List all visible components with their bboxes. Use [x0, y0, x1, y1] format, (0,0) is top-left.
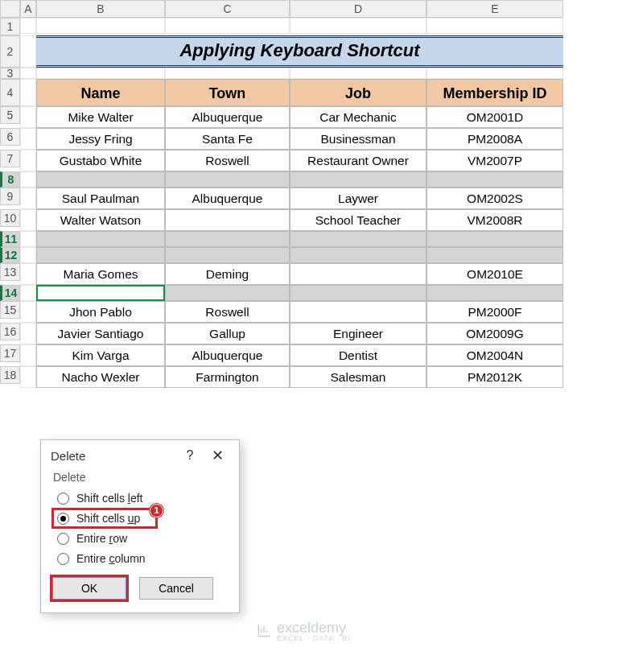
radio-option[interactable]: Entire row — [52, 529, 228, 548]
cell[interactable]: Saul Paulman — [36, 188, 165, 209]
table-header[interactable]: Membership ID — [426, 79, 563, 106]
cell[interactable] — [20, 106, 36, 128]
cell[interactable] — [20, 79, 36, 106]
cell[interactable] — [20, 209, 36, 231]
cell[interactable] — [290, 285, 426, 301]
cell[interactable]: OM2010E — [426, 263, 563, 285]
select-all-corner[interactable] — [0, 0, 20, 18]
cell[interactable] — [20, 35, 36, 68]
cell[interactable] — [426, 285, 563, 301]
cell[interactable] — [165, 209, 290, 231]
cell[interactable] — [290, 68, 426, 79]
row-header[interactable]: 3 — [0, 68, 20, 79]
cell[interactable] — [426, 247, 563, 263]
column-header[interactable]: C — [165, 0, 290, 18]
row-header[interactable]: 13 — [0, 263, 20, 281]
cell[interactable]: Jhon Pablo — [36, 301, 165, 323]
cell[interactable]: Car Mechanic — [290, 106, 426, 128]
ok-button[interactable]: OK — [52, 577, 126, 600]
cell[interactable]: Farmington — [165, 366, 290, 388]
column-header[interactable]: E — [426, 0, 563, 18]
cell[interactable] — [20, 247, 36, 263]
cell[interactable]: Dentist — [290, 344, 426, 366]
cell[interactable]: Roswell — [165, 150, 290, 171]
cell[interactable] — [20, 263, 36, 285]
cell[interactable]: Gustabo White — [36, 150, 165, 171]
cell[interactable] — [290, 247, 426, 263]
cell[interactable] — [20, 150, 36, 171]
cell[interactable] — [426, 18, 563, 34]
cell[interactable]: PM2000F — [426, 301, 563, 323]
cell[interactable] — [426, 231, 563, 247]
cell[interactable]: PM2008A — [426, 128, 563, 150]
row-header[interactable]: 9 — [0, 188, 20, 205]
cell[interactable] — [20, 128, 36, 150]
row-header[interactable]: 5 — [0, 106, 20, 124]
cell[interactable] — [36, 231, 165, 247]
cell[interactable]: Albuquerque — [165, 344, 290, 366]
cell[interactable] — [426, 171, 563, 188]
cell[interactable] — [165, 18, 290, 34]
cell[interactable]: OM2002S — [426, 188, 563, 209]
close-icon[interactable]: ✕ — [204, 447, 231, 464]
cell[interactable] — [290, 263, 426, 285]
cell[interactable] — [20, 285, 36, 301]
cell[interactable] — [165, 247, 290, 263]
radio-option[interactable]: Entire column — [52, 549, 228, 568]
cell[interactable]: VM2007P — [426, 150, 563, 171]
cell[interactable] — [36, 68, 165, 79]
cell[interactable]: OM2001D — [426, 106, 563, 128]
cell[interactable] — [20, 301, 36, 323]
cell[interactable]: Javier Santiago — [36, 323, 165, 344]
row-header[interactable]: 8 — [0, 171, 20, 188]
cell[interactable] — [290, 171, 426, 188]
cell[interactable]: Mike Walter — [36, 106, 165, 128]
cell[interactable]: Deming — [165, 263, 290, 285]
cell[interactable]: Salesman — [290, 366, 426, 388]
cell[interactable]: Albuquerque — [165, 188, 290, 209]
row-header[interactable]: 11 — [0, 231, 20, 247]
column-header[interactable]: A — [20, 0, 36, 18]
row-header[interactable]: 6 — [0, 128, 20, 146]
cell[interactable] — [20, 171, 36, 188]
cell[interactable] — [36, 18, 165, 34]
cell[interactable] — [36, 247, 165, 263]
cell[interactable] — [20, 68, 36, 79]
table-header[interactable]: Name — [36, 79, 165, 106]
cell[interactable] — [165, 171, 290, 188]
cell[interactable] — [20, 344, 36, 366]
cell[interactable]: Engineer — [290, 323, 426, 344]
radio-option[interactable]: Shift cells up1 — [52, 509, 157, 528]
cell[interactable]: Santa Fe — [165, 128, 290, 150]
cell[interactable]: Walter Watson — [36, 209, 165, 231]
cell[interactable] — [426, 68, 563, 79]
cell[interactable] — [165, 68, 290, 79]
cell[interactable] — [290, 231, 426, 247]
row-header[interactable]: 1 — [0, 18, 20, 35]
row-header[interactable]: 2 — [0, 35, 20, 68]
help-icon[interactable]: ? — [176, 448, 204, 463]
cell[interactable]: Roswell — [165, 301, 290, 323]
cell[interactable]: School Teacher — [290, 209, 426, 231]
radio-option[interactable]: Shift cells left — [52, 489, 228, 508]
cell[interactable] — [290, 18, 426, 34]
column-header[interactable]: B — [36, 0, 165, 18]
cell[interactable]: Gallup — [165, 323, 290, 344]
cell[interactable]: VM2008R — [426, 209, 563, 231]
cancel-button[interactable]: Cancel — [139, 577, 213, 600]
cell[interactable] — [36, 171, 165, 188]
row-header[interactable]: 7 — [0, 150, 20, 167]
cell[interactable]: PM2012K — [426, 366, 563, 388]
table-header[interactable]: Town — [165, 79, 290, 106]
cell[interactable] — [290, 301, 426, 323]
active-cell[interactable] — [36, 285, 165, 301]
cell[interactable]: Albuquerque — [165, 106, 290, 128]
cell[interactable]: Maria Gomes — [36, 263, 165, 285]
cell[interactable] — [20, 18, 36, 34]
row-header[interactable]: 16 — [0, 323, 20, 340]
cell[interactable]: Jessy Fring — [36, 128, 165, 150]
row-header[interactable]: 17 — [0, 344, 20, 362]
cell[interactable]: Laywer — [290, 188, 426, 209]
cell[interactable] — [20, 188, 36, 209]
cell[interactable] — [20, 323, 36, 344]
